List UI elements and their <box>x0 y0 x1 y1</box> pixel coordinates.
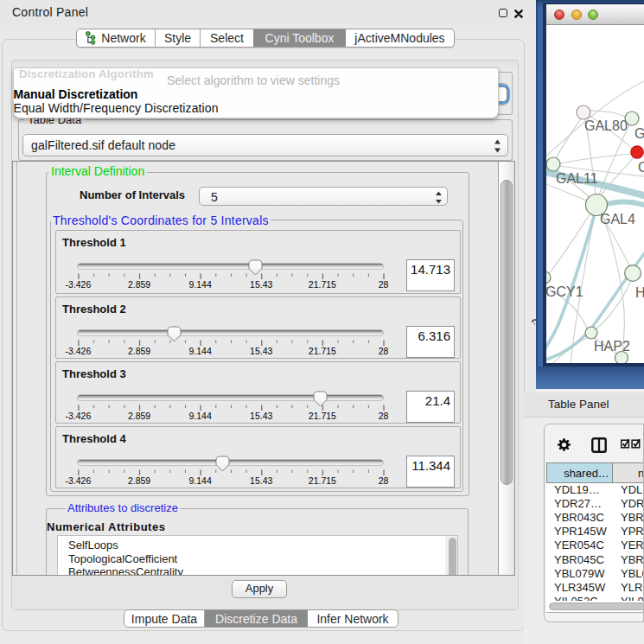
svg-text:G.: G. <box>634 126 644 141</box>
svg-text:HAP2: HAP2 <box>594 339 630 354</box>
svg-text:C: C <box>638 160 644 175</box>
svg-text:GAL80: GAL80 <box>584 118 628 133</box>
svg-text:GAL4: GAL4 <box>600 212 635 226</box>
svg-text:H: H <box>635 285 644 300</box>
svg-text:GCY1: GCY1 <box>546 284 583 299</box>
svg-text:GAL11: GAL11 <box>556 171 598 186</box>
